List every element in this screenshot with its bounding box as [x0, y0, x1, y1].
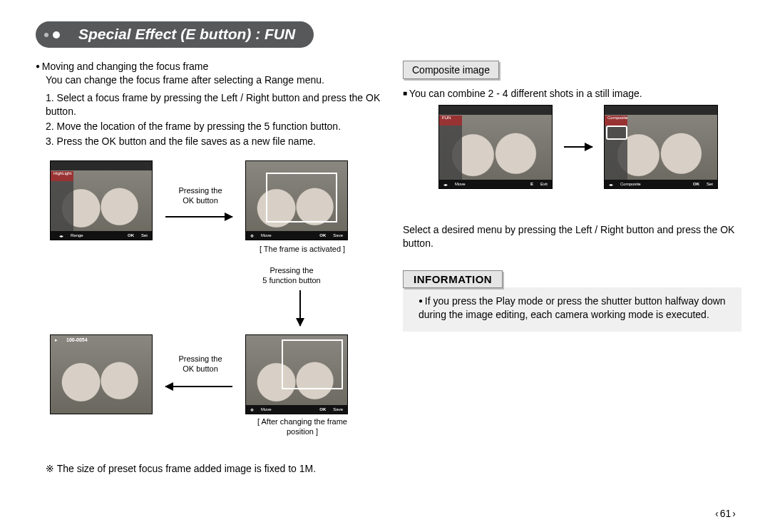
- shot2-bottom-bar: ✥ Move OK Save: [246, 231, 347, 240]
- manual-page: Special Effect (E button) : FUN Moving a…: [0, 0, 770, 532]
- content-columns: Moving and changing the focus frame You …: [36, 61, 741, 474]
- shot2-bar-left: Move: [261, 233, 272, 237]
- section-composite-label: Composite image: [403, 61, 499, 79]
- information-heading: INFORMATION: [403, 270, 503, 288]
- shot4-bar-right: Save: [333, 407, 343, 411]
- arrow-down-icon: [299, 290, 301, 326]
- left-desc: You can change the focus frame after sel…: [46, 73, 381, 87]
- shot3-counter: 100-0054: [66, 337, 88, 342]
- column-left: Moving and changing the focus frame You …: [36, 61, 381, 474]
- step-1: 1. Select a focus frame by pressing the …: [46, 91, 381, 118]
- shot1-label: HighLight: [53, 171, 71, 175]
- screenshot-fun-menu: FUN ◂▸ Move E Exit: [438, 105, 553, 189]
- focus-frame-diagram: HighLight ◂▸ Range OK Set Pressing theOK…: [36, 160, 381, 453]
- composite-selection-icon: [606, 126, 627, 140]
- shot4-bar-mid: OK: [319, 407, 326, 411]
- rshot2-bar-mid: OK: [693, 182, 699, 186]
- arrow-right-icon: [564, 146, 592, 148]
- rshot1-bar-left: Move: [455, 182, 466, 186]
- rshot1-bar-right: Exit: [540, 182, 548, 186]
- screenshot-frame-activated: ✥ Move OK Save: [245, 160, 348, 240]
- rshot2-bar-right: Set: [707, 182, 713, 186]
- page-number: 61: [715, 508, 736, 519]
- information-box: If you press the Play mode or press the …: [403, 287, 741, 332]
- shot1-bottom-bar: ◂▸ Range OK Set: [51, 231, 152, 240]
- shot1-bar-left: Range: [71, 233, 83, 237]
- composite-diagram: FUN ◂▸ Move E Exit Composite: [438, 105, 741, 212]
- shot2-bar-right: Save: [333, 233, 343, 237]
- rshot1-bar-mid: E: [530, 182, 533, 186]
- step-3: 3. Press the OK button and the file save…: [46, 135, 381, 148]
- caption-ok2: Pressing theOK button: [168, 354, 232, 374]
- screenshot-frame-moved: ✥ Move OK Save: [245, 334, 348, 414]
- composite-desc: You can combine 2 - 4 different shots in…: [403, 88, 741, 99]
- step-list: 1. Select a focus frame by pressing the …: [46, 91, 381, 148]
- page-title: Special Effect (E button) : FUN: [36, 21, 314, 48]
- shot1-bar-right: Set: [141, 233, 148, 237]
- step-2: 2. Move the location of the frame by pre…: [46, 120, 381, 133]
- shot4-bar-left: Move: [261, 407, 272, 411]
- preset-size-note: The size of preset focus frame added ima…: [46, 463, 381, 474]
- screenshot-composite-menu: Composite ◂▸ Composite OK Set: [604, 105, 718, 189]
- caption-ok1: Pressing theOK button: [168, 186, 232, 206]
- shot2-bar-mid: OK: [319, 233, 326, 237]
- caption-5fn: Pressing the5 function button: [245, 266, 338, 286]
- rshot2-label: Composite: [607, 116, 628, 120]
- information-body: If you press the Play mode or press the …: [419, 295, 732, 322]
- caption-shot2: [ The frame is activated ]: [245, 245, 359, 255]
- arrow-left-icon: [165, 386, 232, 387]
- column-right: Composite image You can combine 2 - 4 di…: [403, 61, 741, 474]
- caption-shot4: [ After changing the frameposition ]: [245, 417, 359, 437]
- screenshot-highlight-menu: HighLight ◂▸ Range OK Set: [50, 160, 153, 240]
- shot4-bottom-bar: ✥ Move OK Save: [246, 405, 347, 414]
- left-heading: Moving and changing the focus frame: [36, 61, 381, 72]
- screenshot-saved-file: ▸ 100-0054: [50, 334, 153, 414]
- composite-instruction: Select a desired menu by pressing the Le…: [403, 223, 741, 250]
- rshot2-bar-left: Composite: [620, 182, 641, 186]
- arrow-right-icon: [165, 216, 232, 218]
- rshot1-label: FUN: [442, 116, 451, 120]
- shot1-bar-mid: OK: [128, 233, 134, 237]
